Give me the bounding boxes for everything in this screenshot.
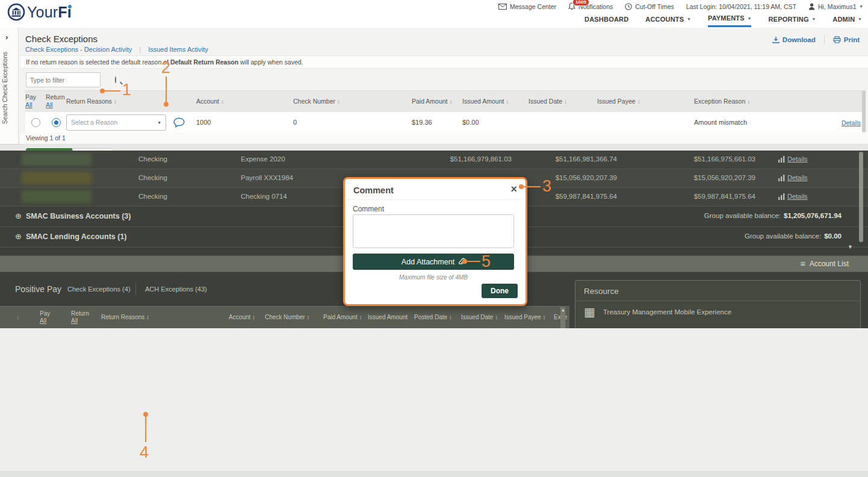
positive-pay-scrollbar[interactable]: ▲ [560, 307, 565, 328]
message-center-label: Message Center [510, 3, 556, 10]
viewing-count: Viewing 1 of 1 [20, 132, 868, 145]
pay-radio[interactable] [31, 118, 40, 127]
table-scrollbar[interactable] [862, 90, 866, 132]
done-button[interactable]: Done [482, 284, 518, 298]
positive-pay-title: Positive Pay [15, 284, 61, 294]
col-posted-date[interactable]: Posted Date ↕ [414, 314, 452, 321]
nav-dashboard[interactable]: DASHBOARD [584, 16, 628, 26]
comment-textarea[interactable] [353, 214, 514, 248]
tab-ach-exceptions[interactable]: ACH Exceptions (43) [145, 285, 207, 293]
account-details-link[interactable]: Details [778, 155, 808, 163]
tab-issued-items-activity[interactable]: Issued Items Activity [148, 46, 208, 53]
account-details-link[interactable]: Details [778, 174, 808, 181]
divider [575, 301, 860, 301]
sort-icon: ↕ [221, 98, 224, 105]
message-center-link[interactable]: Message Center [498, 3, 556, 10]
col-issued-payee[interactable]: Issued Payee ↕ [504, 314, 545, 321]
account-name: Expense 2020 [241, 155, 285, 163]
download-icon [772, 36, 780, 43]
page-title: Check Exceptions [25, 34, 98, 44]
nav-accounts[interactable]: ACCOUNTS▼ [645, 16, 691, 26]
filter-input[interactable] [26, 76, 115, 84]
divider [345, 199, 522, 200]
callout-line-4 [145, 417, 146, 442]
col-issued-date[interactable]: Issued Date↕ [529, 91, 597, 112]
return-radio[interactable] [52, 118, 61, 127]
user-menu[interactable]: Hi, Maximus1 ▼ [808, 3, 863, 10]
nav-payments[interactable]: PAYMENTS▼ [708, 14, 752, 27]
close-icon[interactable]: × [510, 183, 517, 196]
chevron-down-icon: ▼ [748, 16, 752, 20]
col-check-number[interactable]: Check Number↕ [293, 91, 412, 112]
scroll-up-icon[interactable]: ▲ [561, 308, 565, 312]
download-button[interactable]: Download [772, 36, 816, 43]
comment-field-label: Comment [353, 205, 384, 213]
tab-decision-activity[interactable]: Check Exceptions - Decision Activity [25, 46, 132, 53]
sidebar-vertical-label: Search Check Exceptions [1, 52, 17, 142]
sort-icon: ↕ [450, 98, 453, 105]
resource-item[interactable]: Treasury Management Mobile Experience [603, 308, 731, 316]
cell-issued-amount: $0.00 [462, 119, 529, 126]
pay-all-link[interactable]: All [40, 317, 46, 324]
return-all-link[interactable]: All [46, 101, 53, 108]
cell-account: 1000 [196, 119, 293, 126]
sort-icon: ↕ [506, 98, 509, 105]
account-list-button[interactable]: ≡Account List [800, 259, 849, 269]
account-balance-1: $51,166,979,861.03 [415, 155, 512, 163]
plus-circle-icon[interactable]: ⊕ [15, 211, 22, 220]
return-reason-dropdown[interactable]: Select a Reason▼ [66, 114, 166, 131]
cutoff-times-link[interactable]: Cut-Off Times [625, 3, 674, 10]
col-pay: PayAll [25, 91, 46, 112]
callout-dot-3 [519, 184, 524, 189]
print-button[interactable]: Print [833, 36, 860, 43]
pay-all-link[interactable]: All [25, 101, 33, 108]
col-paid-amount[interactable]: Paid Amount ↕ [323, 314, 362, 321]
notifications-link[interactable]: 1005 Notifications [568, 2, 613, 10]
col-pay: PayAll [40, 310, 50, 325]
account-name: Payroll XXX1984 [241, 174, 293, 181]
user-icon [808, 3, 815, 10]
account-details-link[interactable]: Details [778, 193, 808, 200]
chart-bars-icon [778, 156, 785, 163]
tab-check-exceptions[interactable]: Check Exceptions (4) [67, 285, 131, 293]
col-account[interactable]: Account↕ [196, 91, 293, 112]
callout-number-5: 5 [482, 252, 491, 271]
callout-dot-4 [143, 412, 148, 417]
plus-circle-icon[interactable]: ⊕ [15, 232, 22, 241]
col-issued-date[interactable]: Issued Date ↕ [461, 314, 498, 321]
sort-icon: ↕ [747, 98, 750, 105]
col-paid-amount[interactable]: Paid Amount↕ [412, 91, 462, 112]
scroll-down-icon[interactable]: ▼ [848, 244, 853, 250]
nav-reporting[interactable]: REPORTING▼ [768, 16, 816, 26]
callout-dot-2 [164, 102, 169, 107]
cell-exception-reason: Amount mismatch [694, 119, 802, 126]
return-all-link[interactable]: All [71, 317, 78, 324]
col-return-reasons[interactable]: Return Reasons ↕ [101, 314, 149, 321]
account-balance-3: $15,056,920,207.39 [659, 174, 755, 181]
check-panel-tabs: Check Exceptions - Decision Activity | I… [25, 46, 208, 53]
sort-icon: ↕ [114, 98, 117, 105]
col-issued-payee[interactable]: Issued Payee↕ [597, 91, 694, 112]
callout-line-5 [467, 261, 480, 262]
panel-actions: Download Print [772, 35, 860, 45]
search-icon[interactable] [115, 76, 116, 83]
nav-admin[interactable]: ADMIN▼ [832, 16, 862, 26]
col-check-number[interactable]: Check Number ↕ [265, 314, 309, 321]
callout-number-4: 4 [140, 443, 149, 462]
account-balance-2: $59,987,841,975.64 [521, 193, 617, 200]
sort-icon: ↕ [16, 314, 19, 321]
group-balance-value: $0.00 [824, 232, 842, 240]
details-link[interactable]: Details [842, 119, 861, 126]
filter-box [26, 72, 101, 87]
search-check-exceptions-sidebar[interactable]: › Search Check Exceptions [0, 28, 19, 144]
sort-icon: ↕ [337, 98, 340, 105]
col-issued-amount[interactable]: Issued Amount [368, 314, 408, 321]
comment-bubble-icon[interactable] [173, 117, 185, 128]
col-account[interactable]: Account ↕ [229, 314, 255, 321]
accounts-scrollbar[interactable] [859, 152, 863, 242]
expand-chevron-icon[interactable]: › [5, 33, 8, 42]
col-issued-amount[interactable]: Issued Amount↕ [462, 91, 529, 112]
redacted-account-number [22, 190, 91, 203]
brand-logo[interactable]: YourFı [7, 3, 72, 21]
col-exception-reason[interactable]: Exception Reason↕ [694, 91, 802, 112]
